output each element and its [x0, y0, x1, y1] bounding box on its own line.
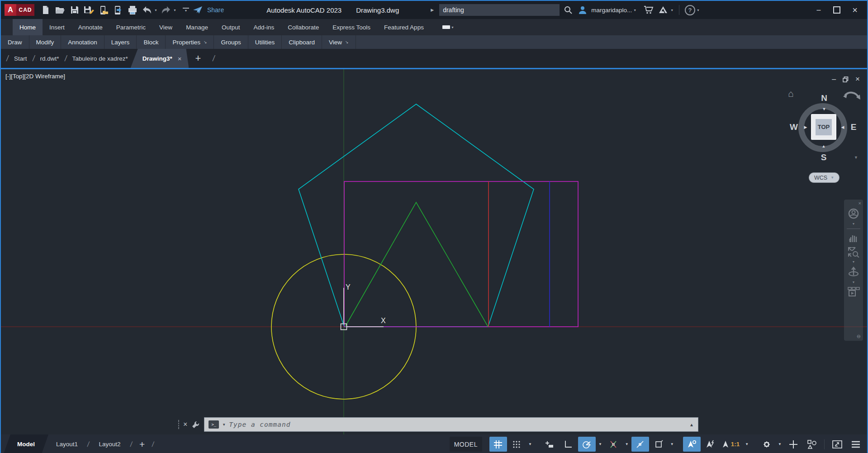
ribbon-display-toggle[interactable]: ▼: [442, 19, 454, 35]
ribbon-tab-parametric[interactable]: Parametric: [109, 19, 152, 35]
viewport-restore-button[interactable]: [843, 76, 849, 82]
autodesk-apps-caret[interactable]: ▼: [670, 9, 674, 12]
command-input-bar[interactable]: >_ ▼ Type a command ▲: [204, 417, 698, 432]
layout2-tab[interactable]: Layout2: [91, 434, 128, 453]
grid-toggle[interactable]: [489, 437, 507, 452]
search-button[interactable]: [562, 4, 574, 16]
workspace-switching-button[interactable]: [758, 437, 775, 452]
panel-block[interactable]: Block: [137, 35, 166, 49]
panel-utilities[interactable]: Utilities: [248, 35, 282, 49]
app-store-button[interactable]: [643, 4, 655, 16]
orbit-icon[interactable]: [848, 266, 859, 278]
drawing-canvas[interactable]: Y X: [1, 69, 867, 434]
account-button[interactable]: [577, 4, 588, 16]
viewcube-west[interactable]: W: [790, 122, 798, 132]
orbit-menu-caret[interactable]: ▼: [852, 281, 855, 284]
share-label[interactable]: Share: [207, 6, 224, 14]
viewcube-caret-north[interactable]: ▼: [822, 107, 826, 111]
ribbon-tab-output[interactable]: Output: [215, 19, 247, 35]
command-prompt-icon[interactable]: >_: [209, 420, 219, 429]
isolate-objects-button[interactable]: [803, 437, 821, 452]
ribbon-tab-annotate[interactable]: Annotate: [71, 19, 109, 35]
model-space-toggle[interactable]: MODEL: [450, 437, 482, 452]
ribbon-tab-collaborate[interactable]: Collaborate: [281, 19, 326, 35]
ortho-toggle[interactable]: [560, 437, 577, 452]
annotation-scale-caret[interactable]: ▼: [743, 442, 750, 446]
command-line-close-icon[interactable]: ×: [183, 420, 187, 429]
viewport-controls-label[interactable]: [-][Top][2D Wireframe]: [5, 73, 65, 80]
search-input[interactable]: [439, 4, 560, 16]
search-expand-caret[interactable]: ▶: [431, 8, 434, 12]
wheel-menu-caret[interactable]: ▼: [852, 222, 855, 225]
dynamic-input-toggle[interactable]: [541, 437, 559, 452]
open-from-web-mobile-button[interactable]: [98, 4, 109, 16]
panel-properties[interactable]: Properties ↘: [166, 35, 214, 49]
pan-hand-icon[interactable]: [848, 233, 859, 243]
navbar-close-icon[interactable]: ×: [859, 200, 861, 206]
viewcube-home-icon[interactable]: ⌂: [788, 88, 794, 99]
ribbon-tab-view[interactable]: View: [152, 19, 179, 35]
object-snap-toggle[interactable]: [650, 437, 668, 452]
share-button[interactable]: [192, 4, 204, 16]
wcs-dropdown[interactable]: WCS ▼: [809, 172, 840, 183]
model-tab[interactable]: Model: [4, 434, 48, 453]
command-line-drag-handle[interactable]: [178, 420, 179, 429]
ribbon-tab-insert[interactable]: Insert: [43, 19, 71, 35]
panel-modify[interactable]: Modify: [29, 35, 62, 49]
command-settings-wrench-icon[interactable]: [191, 420, 200, 429]
help-dropdown-caret[interactable]: ▼: [697, 9, 700, 12]
model-space-viewport[interactable]: Y X [-][Top][2D Wireframe] – × ⌂ N W E S…: [1, 69, 867, 434]
workspace-caret[interactable]: ▼: [776, 442, 783, 446]
pentagon-entity[interactable]: [299, 104, 534, 327]
viewcube-caret-south[interactable]: ▲: [822, 144, 826, 148]
viewcube-north[interactable]: N: [821, 93, 827, 103]
username-label[interactable]: margaridaplo...: [591, 7, 632, 14]
layout1-tab[interactable]: Layout1: [48, 434, 85, 453]
qat-customize-button[interactable]: ▼: [183, 8, 189, 12]
showmotion-icon[interactable]: [847, 286, 860, 297]
redo-dropdown-caret[interactable]: ▼: [173, 9, 176, 12]
panel-clipboard[interactable]: Clipboard: [282, 35, 322, 49]
ribbon-tab-featured-apps[interactable]: Featured Apps: [377, 19, 431, 35]
file-tab-start[interactable]: Start: [14, 55, 27, 62]
save-to-web-mobile-button[interactable]: [112, 4, 124, 16]
account-dropdown-caret[interactable]: ▼: [633, 9, 636, 12]
command-placeholder[interactable]: Type a command: [229, 421, 686, 428]
plot-button[interactable]: [127, 4, 138, 16]
snap-mode-toggle[interactable]: [508, 437, 526, 452]
customization-button[interactable]: [784, 437, 802, 452]
polar-tracking-caret[interactable]: ▼: [597, 442, 604, 446]
save-button[interactable]: [69, 4, 81, 16]
viewcube-caret-west[interactable]: ▶: [804, 125, 807, 129]
ribbon-tab-home[interactable]: Home: [13, 19, 43, 35]
redo-button[interactable]: [160, 4, 172, 16]
navbar-collapse-icon[interactable]: ⊖: [857, 334, 861, 339]
undo-dropdown-caret[interactable]: ▼: [154, 9, 157, 12]
isodraft-toggle[interactable]: [605, 437, 622, 452]
zoom-menu-caret[interactable]: ▼: [852, 260, 855, 263]
isodraft-caret[interactable]: ▼: [623, 442, 631, 446]
annotation-visibility-toggle[interactable]: [683, 437, 701, 452]
ribbon-tab-express-tools[interactable]: Express Tools: [326, 19, 377, 35]
file-tab-close-icon[interactable]: ×: [178, 55, 182, 62]
rectangle-entity[interactable]: [344, 181, 578, 327]
zigzag-entity[interactable]: [345, 202, 488, 327]
snap-mode-caret[interactable]: ▼: [526, 442, 534, 446]
panel-draw[interactable]: Draw: [1, 35, 29, 49]
object-snap-caret[interactable]: ▼: [669, 442, 676, 446]
command-history-caret[interactable]: ▲: [689, 422, 694, 427]
save-as-button[interactable]: [83, 4, 95, 16]
undo-button[interactable]: [141, 4, 153, 16]
status-bar-menu-button[interactable]: [847, 437, 864, 452]
window-close-button[interactable]: ×: [848, 4, 862, 16]
object-snap-tracking-toggle[interactable]: [631, 437, 649, 452]
autodesk-apps-button[interactable]: [657, 4, 669, 16]
viewcube-menu-caret[interactable]: ▼: [854, 155, 858, 160]
polar-tracking-toggle[interactable]: [578, 437, 596, 452]
open-drawing-button[interactable]: [54, 4, 66, 16]
file-tab-drawing3[interactable]: Drawing3* ×: [131, 49, 189, 68]
window-maximize-button[interactable]: [830, 4, 844, 16]
new-layout-button[interactable]: +: [139, 439, 145, 450]
panel-view[interactable]: View ↘: [322, 35, 356, 49]
annotation-autoscale-toggle[interactable]: [702, 437, 719, 452]
